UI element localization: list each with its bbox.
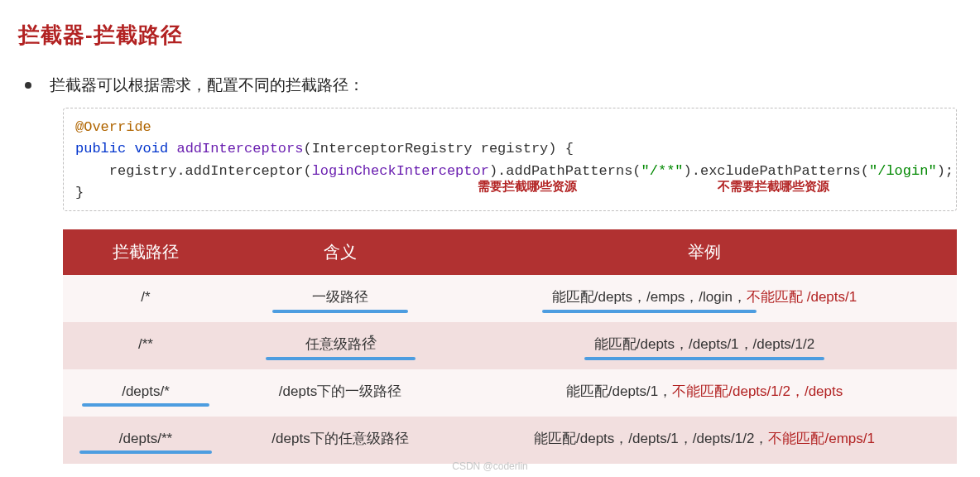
cell-path: /depts/* (63, 369, 228, 417)
code-l1c: ).excludePathPatterns( (684, 163, 869, 179)
cell-example: 能匹配/depts，/emps，/login，不能匹配 /depts/1 (452, 275, 957, 322)
bullet-icon (25, 82, 31, 89)
cell-meaning: /depts下的任意级路径 (228, 417, 452, 464)
code-l1a: registry.addInterceptor( (75, 163, 312, 179)
fn-params: (InterceptorRegistry registry) { (303, 141, 573, 157)
table-row: /*一级路径能匹配/depts，/emps，/login，不能匹配 /depts… (63, 275, 957, 322)
cell-example: 能匹配/depts，/depts/1，/depts/1/2，不能匹配/emps/… (452, 417, 957, 464)
kw-public: public (75, 141, 126, 157)
code-l1d: ); (937, 163, 954, 179)
table-row: /**任意级路径能匹配/depts，/depts/1，/depts/1/2 (63, 322, 957, 369)
cell-example: 能匹配/depts/1，不能匹配/depts/1/2，/depts (452, 369, 957, 417)
table-row: /depts/**/depts下的任意级路径能匹配/depts，/depts/1… (63, 417, 957, 464)
fn-name: addInterceptors (176, 141, 303, 157)
kw-void: void (134, 141, 168, 157)
table-row: /depts/*/depts下的一级路径能匹配/depts/1，不能匹配/dep… (63, 369, 957, 417)
th-path: 拦截路径 (63, 229, 228, 275)
code-block: @Override public void addInterceptors(In… (63, 108, 957, 211)
cursor-icon: ↖ (368, 331, 378, 344)
code-l1b: ).addPathPatterns( (489, 163, 641, 179)
code-note-2: 不需要拦截哪些资源 (718, 178, 829, 197)
code-var: loginCheckInterceptor (312, 163, 489, 179)
code-note-1: 需要拦截哪些资源 (478, 178, 577, 197)
code-str1: "/**" (641, 163, 684, 179)
path-table: 拦截路径 含义 举例 /*一级路径能匹配/depts，/emps，/login，… (63, 229, 957, 464)
code-annotation: @Override (75, 119, 151, 135)
cell-path: /* (63, 275, 228, 322)
table-header-row: 拦截路径 含义 举例 (63, 229, 957, 275)
cell-path: /** (63, 322, 228, 369)
code-str2: "/login" (869, 163, 937, 179)
cell-example: 能匹配/depts，/depts/1，/depts/1/2 (452, 322, 957, 369)
cell-path: /depts/** (63, 417, 228, 464)
cell-meaning: /depts下的一级路径 (228, 369, 452, 417)
cell-meaning: 一级路径 (228, 275, 452, 322)
bullet-row: 拦截器可以根据需求，配置不同的拦截路径： (25, 75, 962, 96)
th-meaning: 含义 (228, 229, 452, 275)
bullet-text: 拦截器可以根据需求，配置不同的拦截路径： (50, 75, 364, 96)
page-title: 拦截器-拦截路径 (18, 21, 962, 50)
footer-watermark: CSDN @coderlin (452, 460, 528, 472)
th-example: 举例 (452, 229, 957, 275)
cell-meaning: 任意级路径 (228, 322, 452, 369)
